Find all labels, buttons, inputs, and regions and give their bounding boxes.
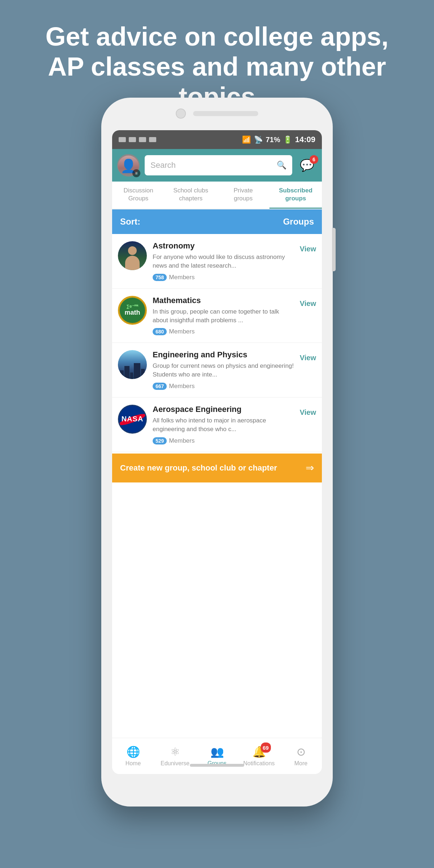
aerospace-name: Aerospace Engineering [153, 405, 294, 414]
sort-label: Sort: [120, 217, 140, 227]
aerospace-members: 529 Members [153, 437, 195, 444]
scroll-indicator [190, 764, 244, 767]
astronomy-desc: For anyone who would like to discuss ast… [153, 253, 294, 270]
building-5 [141, 369, 145, 379]
tab-school-clubs[interactable]: School clubschapters [165, 182, 217, 209]
phone-screen: 📶 📡 71% 🔋 14:09 ≡ Search 🔍 [112, 130, 322, 774]
astronomy-figure [123, 246, 141, 270]
nav-item-more[interactable]: ⊙ More [280, 738, 322, 774]
astronomy-name: Astronomy [153, 241, 294, 251]
mathematics-view-button[interactable]: View [300, 296, 316, 308]
group-item-engineering: Engineering and Physics Group for curren… [112, 343, 322, 397]
group-avatar-aerospace: NASA [118, 405, 147, 434]
create-banner-text: Create new group, school club or chapter [120, 463, 277, 473]
engineering-count: 667 [153, 383, 167, 390]
notifications-badge: 69 [261, 743, 271, 753]
status-icon-1 [119, 137, 126, 142]
mathematics-members: 680 Members [153, 328, 195, 335]
status-icon-2 [129, 137, 136, 142]
home-icon: 🌐 [127, 745, 140, 758]
person-body [125, 256, 140, 270]
nav-item-notifications[interactable]: 🔔 69 Notifications [238, 738, 280, 774]
status-time: 14:09 [295, 135, 315, 144]
bottom-nav: 🌐 Home ⚛ Eduniverse 👥 Groups 🔔 69 Notifi… [112, 738, 322, 774]
nav-item-groups[interactable]: 👥 Groups [196, 738, 238, 774]
phone-top-bar [176, 109, 258, 119]
status-icon-3 [139, 137, 146, 142]
astronomy-info: Astronomy For anyone who would like to d… [153, 241, 294, 281]
notifications-badge-container: 🔔 69 [252, 745, 266, 758]
math-inner: ∑e⁻ᵐᵏ math [120, 298, 145, 323]
math-label: math [124, 309, 140, 316]
aerospace-view-button[interactable]: View [300, 405, 316, 417]
aerospace-info: Aerospace Engineering All folks who inte… [153, 405, 294, 444]
signal-icon: 📡 [254, 135, 263, 144]
status-right-info: 📶 📡 71% 🔋 14:09 [242, 135, 315, 144]
search-bar[interactable]: Search 🔍 [145, 155, 292, 175]
tabs-bar: DiscussionGroups School clubschapters Pr… [112, 182, 322, 209]
chat-badge: 6 [310, 155, 318, 164]
mathematics-count: 680 [153, 328, 167, 335]
mathematics-name: Mathematics [153, 296, 294, 305]
nasa-logo: NASA [119, 406, 146, 433]
building-3 [130, 373, 133, 379]
battery-percent: 71% [266, 136, 280, 144]
group-item-mathematics: ∑e⁻ᵐᵏ math Mathematics In this group, pe… [112, 289, 322, 343]
nav-item-home[interactable]: 🌐 Home [112, 738, 154, 774]
battery-icon: 🔋 [283, 135, 292, 144]
astronomy-members: 758 Members [153, 274, 195, 281]
create-group-banner[interactable]: Create new group, school club or chapter… [112, 454, 322, 482]
app-header: ≡ Search 🔍 💬 6 [112, 149, 322, 182]
search-icon[interactable]: 🔍 [277, 161, 286, 170]
chat-icon-container[interactable]: 💬 6 [297, 157, 317, 174]
wifi-icon: 📶 [242, 135, 251, 144]
astronomy-members-label: Members [169, 274, 195, 281]
engineering-desc: Group for current news on physics and en… [153, 362, 294, 379]
avatar-menu-button[interactable]: ≡ [132, 169, 140, 177]
group-avatar-engineering [118, 350, 147, 379]
phone-camera [176, 109, 186, 119]
group-avatar-astronomy [118, 241, 147, 270]
nav-item-eduniverse[interactable]: ⚛ Eduniverse [154, 738, 196, 774]
city-buildings [120, 363, 145, 379]
engineering-name: Engineering and Physics [153, 350, 294, 359]
group-avatar-mathematics: ∑e⁻ᵐᵏ math [118, 296, 147, 325]
sort-value[interactable]: Groups [283, 217, 314, 227]
mathematics-desc: In this group, people can come together … [153, 307, 294, 325]
building-2 [124, 366, 129, 379]
groups-icon: 👥 [210, 745, 224, 758]
mathematics-members-label: Members [169, 328, 195, 335]
astronomy-view-button[interactable]: View [300, 241, 316, 253]
notifications-label: Notifications [243, 760, 275, 767]
engineering-info: Engineering and Physics Group for curren… [153, 350, 294, 390]
engineering-members: 667 Members [153, 383, 195, 390]
math-formula: ∑e⁻ᵐᵏ [126, 304, 138, 309]
group-item-aerospace: NASA Aerospace Engineering All folks who… [112, 397, 322, 452]
tab-discussion-groups[interactable]: DiscussionGroups [112, 182, 165, 209]
engineering-members-label: Members [169, 383, 195, 390]
eduniverse-icon: ⚛ [170, 745, 180, 758]
eduniverse-label: Eduniverse [161, 760, 190, 767]
user-avatar-container[interactable]: ≡ [117, 154, 140, 176]
home-label: Home [125, 760, 141, 767]
tab-private-groups[interactable]: Privategroups [217, 182, 269, 209]
more-label: More [294, 760, 307, 767]
search-placeholder: Search [150, 161, 176, 170]
astronomy-count: 758 [153, 274, 167, 281]
groups-list: Astronomy For anyone who would like to d… [112, 234, 322, 452]
status-icon-4 [149, 137, 156, 142]
person-head [128, 246, 137, 255]
engineering-view-button[interactable]: View [300, 350, 316, 362]
building-1 [120, 370, 124, 379]
nasa-text: NASA [122, 415, 144, 423]
sort-bar: Sort: Groups [112, 209, 322, 234]
mathematics-info: Mathematics In this group, people can co… [153, 296, 294, 336]
more-icon: ⊙ [297, 745, 306, 758]
group-item-astronomy: Astronomy For anyone who would like to d… [112, 234, 322, 289]
status-left-icons [119, 137, 156, 142]
create-arrow-icon: ⇒ [306, 462, 314, 474]
phone-speaker [193, 111, 258, 116]
aerospace-desc: All folks who intend to major in aerospa… [153, 416, 294, 434]
tab-subscribed-groups[interactable]: Subscribedgroups [269, 182, 322, 209]
phone-shell: 📶 📡 71% 🔋 14:09 ≡ Search 🔍 [101, 98, 333, 807]
